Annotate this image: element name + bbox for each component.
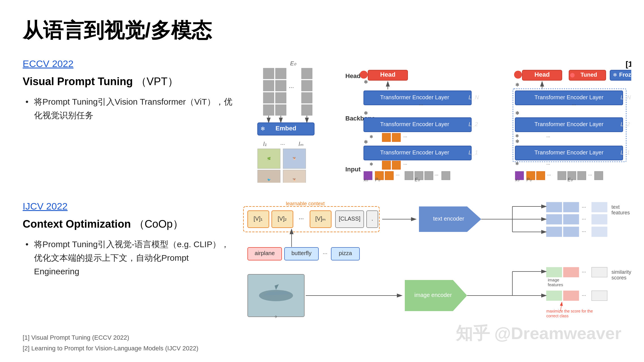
svg-text:image: image [548,277,559,282]
svg-text:lₘ: lₘ [299,141,303,147]
svg-rect-13 [301,105,312,115]
svg-text:Transformer Encoder Layer: Transformer Encoder Layer [534,149,604,156]
section1-title: Visual Prompt Tuning （VPT） [23,74,235,89]
svg-text:learnable context: learnable context [286,201,325,206]
svg-text:x₀: x₀ [363,177,368,182]
svg-text:Frozen: Frozen [619,72,631,78]
svg-text:🐦: 🐦 [267,178,271,182]
svg-text:pizza: pizza [339,250,352,256]
svg-rect-105 [558,171,566,180]
svg-rect-146 [546,227,562,237]
svg-text:···: ··· [582,292,586,298]
svg-rect-138 [546,202,562,212]
svg-rect-48 [392,133,401,142]
svg-text:L_N: L_N [468,94,479,100]
svg-rect-47 [382,133,391,142]
svg-text:scores: scores [611,275,626,281]
svg-rect-176 [592,267,607,277]
svg-text:text encoder: text encoder [433,216,464,222]
svg-rect-2 [263,80,274,91]
svg-rect-3 [263,92,274,103]
svg-rect-147 [563,227,579,237]
svg-point-161 [259,290,293,301]
svg-text:···: ··· [396,173,399,177]
svg-rect-102 [536,171,545,180]
svg-text:🐕: 🐕 [293,157,296,160]
svg-text:Transformer Encoder Layer: Transformer Encoder Layer [380,121,449,127]
section2-bullets: 将Prompt Tuning引入视觉-语言模型（e.g. CLIP），优化文本端… [23,238,235,278]
svg-rect-177 [546,291,562,301]
svg-text:L_2: L_2 [621,121,630,127]
svg-text:···: ··· [582,269,586,275]
section2-left: IJCV 2022 Context Optimization （CoOp） 将P… [23,201,235,324]
svg-rect-141 [592,202,607,212]
svg-text:···: ··· [280,141,285,147]
svg-text:❄: ❄ [369,134,373,139]
svg-rect-1 [263,68,274,79]
section1-title-light: （VPT） [136,76,178,87]
svg-rect-62 [385,171,393,180]
svg-text:[CLASS]: [CLASS] [339,216,361,222]
svg-text:✈: ✈ [274,314,278,319]
svg-rect-55 [382,161,391,169]
svg-text:🌿: 🌿 [267,157,271,160]
section1-year: ECCV 2022 [23,58,235,69]
svg-text:P₀: P₀ [527,177,532,182]
section1-title-bold: Visual Prompt Tuning [23,76,133,87]
svg-text:❄: ❄ [260,126,265,132]
svg-text:butterfly: butterfly [291,250,311,256]
section2-year: IJCV 2022 [23,201,235,212]
svg-text:Head: Head [534,71,550,78]
section2-title: Context Optimization （CoOp） [23,217,235,231]
svg-rect-69 [442,171,450,180]
svg-text:···: ··· [547,173,551,177]
svg-text:❄: ❄ [369,162,373,167]
svg-text:similarity: similarity [611,269,631,275]
section1-right: [1] E₀ ··· [235,58,631,184]
svg-text:···: ··· [572,102,576,107]
page-title: 从语言到视觉/多模态 [23,17,621,44]
vpt-diagram: [1] E₀ ··· [235,58,631,184]
svg-text:L_1: L_1 [468,149,478,156]
coop-svg: [2] learnable context [V]₁ [V]₂ ··· [V]ₘ… [235,201,644,322]
svg-text:···: ··· [582,229,586,234]
svg-point-72 [514,71,522,79]
footnote2: [2] Learning to Prompt for Vision-Langua… [23,343,198,354]
section2-title-bold: Context Optimization [23,218,131,230]
svg-text:.: . [371,215,373,222]
svg-text:···: ··· [403,162,407,167]
section1-left: ECCV 2022 Visual Prompt Tuning （VPT） 将Pr… [23,58,235,184]
main-container: 从语言到视觉/多模态 ECCV 2022 Visual Prompt Tunin… [0,0,644,352]
svg-text:[V]₂: [V]₂ [278,216,287,222]
section2-bullet1: 将Prompt Tuning引入视觉-语言模型（e.g. CLIP），优化文本端… [25,238,235,278]
svg-rect-149 [592,227,607,237]
svg-rect-143 [563,214,579,224]
svg-rect-65 [405,171,413,180]
section2-right: [2] learnable context [V]₁ [V]₂ ··· [V]ₘ… [235,201,644,324]
svg-rect-174 [563,267,579,277]
svg-text:Embed: Embed [275,125,296,132]
section1-bullet1: 将Prompt Tuning引入Vision Transformer（ViT），… [25,95,235,122]
svg-text:Tuned: Tuned [581,72,597,78]
svg-text:Input: Input [345,166,361,173]
svg-text:❄: ❄ [364,139,368,145]
svg-text:[V]₁: [V]₁ [254,216,263,222]
svg-rect-12 [301,92,312,103]
svg-rect-139 [563,202,579,212]
svg-text:❄: ❄ [515,139,519,144]
svg-text:···: ··· [403,134,407,139]
svg-text:❄: ❄ [515,110,519,116]
svg-rect-142 [546,214,562,224]
svg-text:features: features [611,210,630,216]
svg-text:features: features [548,282,563,287]
svg-text:x₀: x₀ [515,177,520,182]
svg-text:···: ··· [588,173,592,177]
svg-rect-109 [594,171,603,180]
svg-text:···: ··· [582,216,586,222]
svg-text:airplane: airplane [254,250,275,256]
svg-text:E₀: E₀ [568,177,573,182]
svg-rect-6 [275,80,286,91]
svg-text:L_1: L_1 [621,149,630,156]
footnote1: [1] Visual Prompt Tuning (ECCV 2022) [23,332,198,343]
svg-rect-178 [563,291,579,301]
